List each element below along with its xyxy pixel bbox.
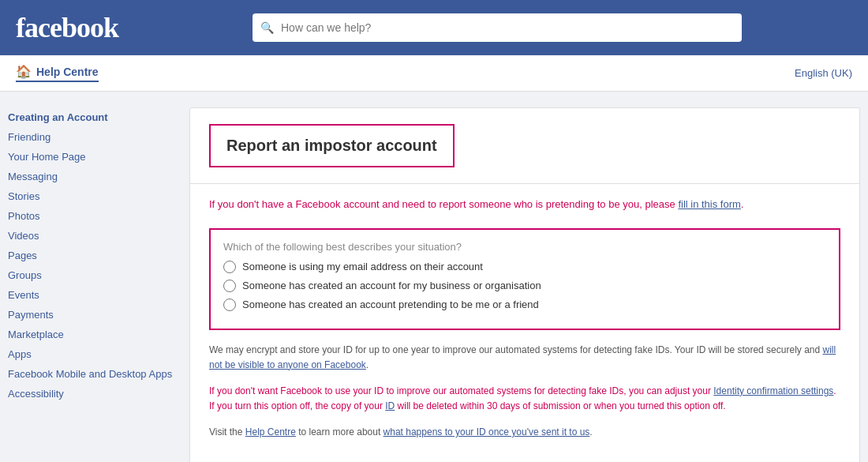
sidebar-item-events[interactable]: Events [8,285,174,305]
sidebar-item-pages[interactable]: Pages [8,246,174,265]
radio-email[interactable] [223,261,236,273]
radio-option-pretending[interactable]: Someone has created an account pretendin… [223,299,826,311]
sidebar-item-apps[interactable]: Apps [8,344,174,364]
facebook-logo: facebook [16,11,118,44]
not-visible-link[interactable]: will not be visible to anyone on Faceboo… [209,344,836,370]
sidebar-item-creating-account[interactable]: Creating an Account [8,107,174,127]
search-icon: 🔍 [260,21,274,34]
sidebar: Creating an Account Friending Your Home … [8,107,174,462]
report-body: If you don't have a Facebook account and… [190,184,859,462]
home-icon: 🏠 [16,64,32,79]
sidebar-item-stories[interactable]: Stories [8,186,174,206]
report-title: Report an impostor account [226,137,437,154]
sidebar-item-home-page[interactable]: Your Home Page [8,147,174,167]
sidebar-item-messaging[interactable]: Messaging [8,167,174,186]
sidebar-item-payments[interactable]: Payments [8,305,174,325]
help-centre-visit-link[interactable]: Help Centre [245,426,296,438]
sidebar-item-mobile-desktop[interactable]: Facebook Mobile and Desktop Apps [8,364,174,384]
question-box: Which of the following best describes yo… [209,228,840,330]
id-link[interactable]: ID [385,400,395,411]
report-title-box: Report an impostor account [209,124,455,167]
search-input[interactable] [253,13,742,42]
radio-option-business[interactable]: Someone has created an account for my bu… [223,280,826,292]
page-layout: Creating an Account Friending Your Home … [0,92,868,462]
question-label: Which of the following best describes yo… [223,241,826,253]
search-bar: 🔍 [253,13,742,42]
help-centre-link[interactable]: 🏠 Help Centre [16,64,99,82]
radio-pretending[interactable] [223,299,236,311]
what-happens-link[interactable]: what happens to your ID once you've sent… [383,426,590,438]
main-content: Report an impostor account If you don't … [189,107,860,462]
radio-email-label: Someone is using my email address on the… [242,261,483,272]
info-text-1: We may encrypt and store your ID for up … [209,343,840,373]
sub-header: 🏠 Help Centre English (UK) [0,55,868,92]
visit-text: Visit the Help Centre to learn more abou… [209,425,840,440]
sidebar-item-accessibility[interactable]: Accessibility [8,384,174,404]
intro-text: If you don't have a Facebook account and… [209,197,840,212]
header: facebook 🔍 [0,0,868,55]
warning-text: If you don't want Facebook to use your I… [209,384,840,414]
sidebar-item-photos[interactable]: Photos [8,206,174,226]
identity-settings-link[interactable]: Identity confirmation settings [713,385,833,396]
radio-business-label: Someone has created an account for my bu… [242,280,541,291]
report-header: Report an impostor account [190,108,859,184]
radio-business[interactable] [223,280,236,292]
sidebar-item-groups[interactable]: Groups [8,265,174,285]
radio-pretending-label: Someone has created an account pretendin… [242,299,539,310]
fill-form-link[interactable]: fill in this form [678,198,740,210]
language-selector[interactable]: English (UK) [795,67,852,79]
sidebar-item-friending[interactable]: Friending [8,127,174,147]
help-centre-label: Help Centre [36,66,99,78]
sidebar-item-marketplace[interactable]: Marketplace [8,325,174,344]
radio-option-email[interactable]: Someone is using my email address on the… [223,261,826,273]
sidebar-item-videos[interactable]: Videos [8,226,174,246]
